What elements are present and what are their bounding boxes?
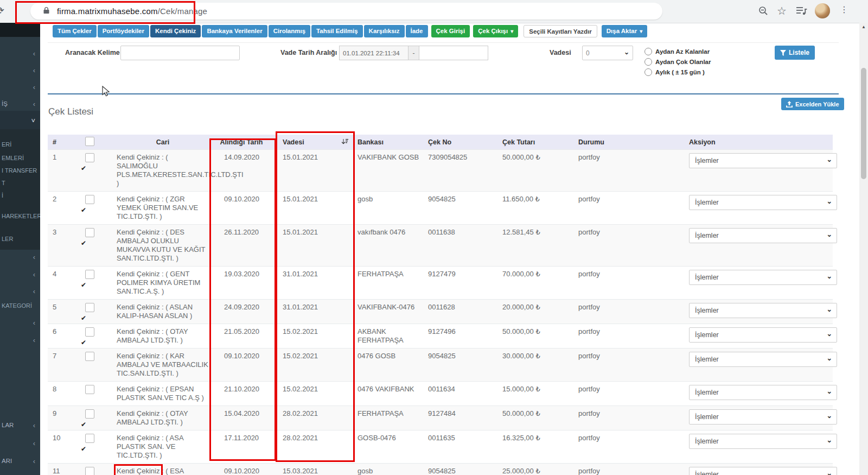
sidebar-item[interactable]: T xyxy=(0,179,40,189)
row-checkbox[interactable] xyxy=(85,352,94,361)
row-checkbox[interactable] xyxy=(85,385,94,394)
vadesi-select[interactable]: 0 ⌄ xyxy=(582,46,633,60)
islemler-select[interactable]: İşlemler ⌄ xyxy=(689,327,837,343)
table-row: 10 ✔ Kendi Çekiniz : ( ASA PLASTIK SAN. … xyxy=(48,430,833,463)
toolbar-button-portföydekiler[interactable]: Portföydekiler xyxy=(98,25,149,37)
sidebar-item[interactable]: HAREKETLERİ xyxy=(0,212,40,223)
row-checkbox[interactable] xyxy=(85,153,94,162)
sidebar-item[interactable]: ‹ xyxy=(0,335,40,346)
listele-button[interactable]: Listele xyxy=(775,46,815,60)
header-cari[interactable]: Cari xyxy=(117,138,209,146)
sidebar-item[interactable]: İ xyxy=(0,191,40,202)
action-cell: İşlemler ⌄ xyxy=(686,225,843,266)
row-checkbox[interactable] xyxy=(85,434,94,443)
row-checkbox[interactable] xyxy=(85,228,94,237)
sidebar-item[interactable]: LER xyxy=(0,235,40,245)
islemler-select[interactable]: İşlemler ⌄ xyxy=(689,434,837,449)
avatar[interactable] xyxy=(815,3,830,18)
vertical-scrollbar[interactable]: ▲ xyxy=(859,23,868,475)
sidebar-item[interactable]: ERİ xyxy=(0,140,40,151)
sidebar-item[interactable]: İŞ ‹ xyxy=(0,99,40,110)
sidebar-item-label: I TRANSFER xyxy=(2,167,37,174)
toolbar-button-cirolanmış[interactable]: Cirolanmış xyxy=(269,25,310,37)
date-range-group: 01.01.2021 22:11:34 - xyxy=(339,46,488,60)
sidebar-item[interactable]: ‹ xyxy=(0,439,40,449)
islemler-select[interactable]: İşlemler ⌄ xyxy=(689,303,837,318)
radio-circle[interactable] xyxy=(644,68,652,76)
cari-cell: Kendi Çekiniz : ( EPSAN PLASTIK SAN.VE T… xyxy=(117,382,209,406)
radio-option[interactable]: Aydan Az Kalanlar xyxy=(644,46,711,56)
header-alindigi-tarih[interactable]: Alındığı Tarih xyxy=(209,138,274,146)
radio-circle[interactable] xyxy=(644,48,652,55)
toolbar-button-i-ade[interactable]: İade xyxy=(406,25,428,37)
header-cek-tutari[interactable]: Çek Tutarı xyxy=(499,138,575,146)
zoom-out-icon[interactable] xyxy=(758,6,768,18)
header-checkbox-cell xyxy=(68,137,117,148)
radio-option[interactable]: Aydan Çok Olanlar xyxy=(644,56,711,67)
toolbar-button-dışa-aktar[interactable]: Dışa Aktar▾ xyxy=(602,25,648,37)
scrollbar-thumb[interactable] xyxy=(861,68,866,179)
row-checkbox-cell: ✔ xyxy=(68,430,117,463)
row-checkbox[interactable] xyxy=(85,270,94,279)
sidebar-item[interactable]: ‹ xyxy=(0,318,40,329)
header-num[interactable]: # xyxy=(48,138,68,146)
date-from-input[interactable]: 01.01.2021 22:11:34 xyxy=(339,46,409,60)
radio-option[interactable]: Aylık ( ± 15 gün ) xyxy=(644,67,711,77)
scroll-up-icon[interactable]: ▲ xyxy=(861,24,866,29)
sidebar-item[interactable]: ‹ xyxy=(0,49,40,60)
islemler-select[interactable]: İşlemler ⌄ xyxy=(689,153,837,168)
islemler-select[interactable]: İşlemler ⌄ xyxy=(689,467,837,475)
search-input[interactable] xyxy=(120,46,240,60)
sidebar-item[interactable]: ‹ xyxy=(0,287,40,297)
address-bar[interactable]: firma.matrixmuhasebe.com/Cek/manage xyxy=(30,3,662,20)
sidebar-item[interactable]: ‹ xyxy=(0,270,40,281)
sidebar-item[interactable]: ‹ xyxy=(0,83,40,93)
radio-label: Aydan Çok Olanlar xyxy=(655,59,711,65)
toolbar-button-bankaya-verilenler[interactable]: Bankaya Verilenler xyxy=(202,25,267,37)
header-durumu[interactable]: Durumu xyxy=(575,138,686,146)
date-to-input[interactable] xyxy=(419,46,488,60)
menu-dots-icon[interactable]: ⋮ xyxy=(840,4,848,15)
islemler-select[interactable]: İşlemler ⌄ xyxy=(689,270,837,285)
status-cell: portfoy xyxy=(575,382,686,406)
row-checkbox[interactable] xyxy=(85,409,94,419)
toolbar-button-seçili-kayıtları-yazdır[interactable]: Seçili Kayıtları Yazdır xyxy=(524,25,597,37)
toolbar-button-kendi-çekiniz[interactable]: Kendi Çekiniz xyxy=(150,25,201,37)
bookmark-star-icon[interactable]: ☆ xyxy=(777,4,787,17)
header-vadesi[interactable]: Vadesi xyxy=(274,138,353,147)
sidebar-item[interactable]: ‹ xyxy=(0,66,40,77)
header-bankasi[interactable]: Bankası xyxy=(353,138,426,146)
islemler-select[interactable]: İşlemler ⌄ xyxy=(689,195,837,210)
chevron-down-icon: ⌄ xyxy=(827,436,832,445)
sort-icon[interactable] xyxy=(341,138,348,147)
refresh-icon[interactable]: ⟳ xyxy=(0,4,4,17)
toolbar-button-tüm-çekler[interactable]: Tüm Çekler xyxy=(53,25,97,37)
select-all-checkbox[interactable] xyxy=(85,137,94,146)
toolbar-button-çek-girişi[interactable]: Çek Girişi xyxy=(431,25,470,37)
islemler-select[interactable]: İşlemler ⌄ xyxy=(689,409,837,425)
sidebar-item[interactable]: I TRANSFER xyxy=(0,166,40,177)
sidebar-item[interactable]: ‹ xyxy=(0,252,40,263)
row-checkbox[interactable] xyxy=(85,195,94,204)
row-checkbox[interactable] xyxy=(85,327,94,337)
toolbar-button-karşılıksız[interactable]: Karşılıksız xyxy=(364,25,405,37)
sidebar-item[interactable]: KATEGORİ xyxy=(0,301,40,312)
row-checkbox[interactable] xyxy=(85,467,94,475)
sidebar-item[interactable]: LAR ‹ xyxy=(0,421,40,432)
radio-circle[interactable] xyxy=(644,58,652,66)
sidebar-item[interactable]: ARI ‹ xyxy=(0,457,40,467)
toolbar-button-çek-çıkışı[interactable]: Çek Çıkışı▾ xyxy=(473,25,518,37)
sidebar-item[interactable]: EMLERİ xyxy=(0,154,40,164)
islemler-select[interactable]: İşlemler ⌄ xyxy=(689,385,837,400)
header-aksiyon[interactable]: Aksiyon xyxy=(686,138,833,146)
islemler-select[interactable]: İşlemler ⌄ xyxy=(689,352,837,367)
amount-cell: 50.000,00 ₺ xyxy=(499,150,575,191)
toolbar-button-tahsil-edilmiş[interactable]: Tahsil Edilmiş xyxy=(311,25,362,37)
islemler-select[interactable]: İşlemler ⌄ xyxy=(689,228,837,243)
action-cell: İşlemler ⌄ xyxy=(686,349,843,381)
row-checkbox[interactable] xyxy=(85,303,94,312)
playlist-icon[interactable] xyxy=(796,7,807,18)
header-cek-no[interactable]: Çek No xyxy=(426,138,499,146)
sidebar-item[interactable]: ˅ xyxy=(0,116,40,127)
excel-upload-button[interactable]: Excelden Yükle xyxy=(781,98,844,110)
